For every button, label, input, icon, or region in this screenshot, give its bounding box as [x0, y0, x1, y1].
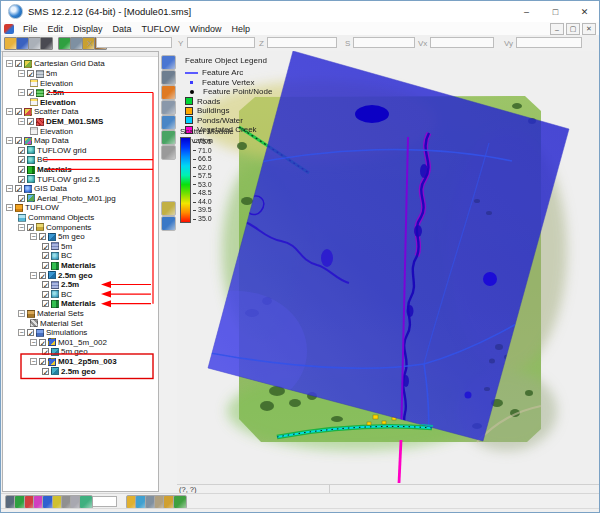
visibility-checkbox[interactable]: ✓ [39, 339, 46, 346]
tree-item-tuflow[interactable]: −TUFLOW [3, 203, 59, 213]
coord-input-x[interactable] [96, 37, 172, 48]
tree-item-2-5m-geo[interactable]: −✓2.5m geo [3, 270, 93, 280]
tree-item-bc[interactable]: ✓BC [3, 155, 48, 165]
tree-item-2-5m[interactable]: −✓2.5m [3, 88, 64, 98]
image-icon[interactable] [161, 130, 176, 145]
close-button[interactable]: ✕ [570, 1, 599, 22]
module-toolbar-field[interactable] [89, 496, 117, 507]
visibility-checkbox[interactable]: ✓ [39, 272, 46, 279]
menu-tuflow[interactable]: TUFLOW [137, 24, 185, 34]
tree-item-materials[interactable]: ✓Materials [3, 299, 96, 309]
visibility-checkbox[interactable]: ✓ [18, 156, 25, 163]
tree-item-materials[interactable]: ✓Materials [3, 165, 72, 175]
tree-item-aerial-photo-m01-jpg[interactable]: ✓Aerial_Photo_M01.jpg [3, 193, 116, 203]
expander-icon[interactable]: − [30, 339, 37, 346]
mesh-quality-icon[interactable] [161, 201, 176, 216]
tree-item-material-set[interactable]: Material Set [3, 318, 83, 328]
tree-item-5m-geo[interactable]: ✓5m geo [3, 347, 88, 357]
expander-icon[interactable]: − [6, 204, 13, 211]
visibility-checkbox[interactable]: ✓ [39, 358, 46, 365]
visibility-checkbox[interactable]: ✓ [27, 89, 34, 96]
expander-icon[interactable]: − [18, 310, 25, 317]
visibility-checkbox[interactable]: ✓ [15, 108, 22, 115]
tree-item-m01-2p5m-003[interactable]: −✓M01_2p5m_003 [3, 357, 117, 367]
visibility-checkbox[interactable]: ✓ [18, 195, 25, 202]
maximize-button[interactable]: □ [541, 1, 570, 22]
tree-item-material-sets[interactable]: −Material Sets [3, 309, 84, 319]
mdi-close-button[interactable]: ✕ [582, 23, 596, 35]
refresh-view-icon[interactable] [161, 216, 176, 231]
tree-item-map-data[interactable]: −✓Map Data [3, 136, 69, 146]
visibility-checkbox[interactable]: ✓ [15, 185, 22, 192]
rotate-icon[interactable] [161, 85, 176, 100]
expander-icon[interactable]: − [30, 358, 37, 365]
expander-icon[interactable]: − [6, 137, 13, 144]
tree-item-cartesian-grid-data[interactable]: −✓Cartesian Grid Data [3, 59, 105, 69]
tree-item-materials[interactable]: ✓Materials [3, 261, 96, 271]
visibility-checkbox[interactable]: ✓ [15, 60, 22, 67]
visibility-checkbox[interactable]: ✓ [39, 233, 46, 240]
tree-item-5m[interactable]: −✓5m [3, 69, 57, 79]
minimize-button[interactable]: – [512, 1, 541, 22]
tree-item-2-5m[interactable]: ✓2.5m [3, 280, 79, 290]
tree-item-5m-geo[interactable]: −✓5m geo [3, 232, 85, 242]
mdi-minimize-button[interactable]: – [550, 23, 564, 35]
tree-item-tuflow-grid-2-5[interactable]: ✓TUFLOW grid 2.5 [3, 174, 100, 184]
menu-help[interactable]: Help [227, 24, 256, 34]
visibility-checkbox[interactable]: ✓ [42, 252, 49, 259]
visibility-checkbox[interactable]: ✓ [18, 166, 25, 173]
visibility-checkbox[interactable]: ✓ [42, 291, 49, 298]
tree-item-command-objects[interactable]: Command Objects [3, 213, 94, 223]
pan-icon[interactable] [161, 55, 176, 70]
tree-item-bc[interactable]: ✓BC [3, 289, 72, 299]
tree-item-dem-m01-sms[interactable]: −✓DEM_M01.SMS [3, 117, 103, 127]
frame-icon[interactable] [161, 115, 176, 130]
tree-item-5m[interactable]: ✓5m [3, 241, 72, 251]
visibility-checkbox[interactable]: ✓ [18, 176, 25, 183]
visibility-checkbox[interactable]: ✓ [42, 281, 49, 288]
coord-input-z[interactable] [267, 37, 337, 48]
tree-item-components[interactable]: −✓Components [3, 222, 91, 232]
visibility-checkbox[interactable]: ✓ [42, 348, 49, 355]
menu-data[interactable]: Data [108, 24, 137, 34]
tree-item-elevation[interactable]: Elevation [3, 97, 76, 107]
coord-input-y[interactable] [187, 37, 255, 48]
tree-item-simulations[interactable]: −✓Simulations [3, 328, 87, 338]
visibility-checkbox[interactable]: ✓ [15, 137, 22, 144]
select-icon[interactable] [161, 145, 176, 160]
visibility-checkbox[interactable]: ✓ [42, 368, 49, 375]
expander-icon[interactable]: − [30, 233, 37, 240]
delete-icon[interactable] [40, 37, 53, 50]
tree-splitter[interactable] [3, 52, 158, 57]
expander-icon[interactable]: − [18, 118, 25, 125]
menu-file[interactable]: File [18, 24, 43, 34]
tree-item-elevation[interactable]: Elevation [3, 126, 73, 136]
visibility-checkbox[interactable]: ✓ [27, 118, 34, 125]
visibility-checkbox[interactable]: ✓ [42, 262, 49, 269]
visibility-checkbox[interactable]: ✓ [42, 300, 49, 307]
visibility-checkbox[interactable]: ✓ [27, 70, 34, 77]
display-options-icon[interactable] [161, 100, 176, 115]
menu-edit[interactable]: Edit [43, 24, 69, 34]
visibility-checkbox[interactable]: ✓ [27, 329, 34, 336]
zoom-icon[interactable] [161, 70, 176, 85]
menu-window[interactable]: Window [185, 24, 227, 34]
expander-icon[interactable]: − [6, 60, 13, 67]
expander-icon[interactable]: − [6, 185, 13, 192]
srh-model-icon[interactable] [173, 495, 187, 509]
coord-input-vy[interactable] [516, 37, 582, 48]
visibility-checkbox[interactable]: ✓ [27, 224, 34, 231]
expander-icon[interactable]: − [18, 224, 25, 231]
creek-arc-below[interactable] [399, 440, 401, 483]
expander-icon[interactable]: − [18, 89, 25, 96]
coord-input-vx[interactable] [430, 37, 494, 48]
quadtree-module-icon[interactable] [79, 495, 93, 509]
visibility-checkbox[interactable]: ✓ [18, 147, 25, 154]
graphics-window[interactable]: Feature Object Legend Feature ArcFeature… [177, 51, 600, 484]
tree-item-m01-5m-002[interactable]: −✓M01_5m_002 [3, 337, 107, 347]
project-explorer[interactable]: −✓Cartesian Grid Data−✓5mElevation−✓2.5m… [2, 51, 159, 492]
coord-input-s[interactable] [353, 37, 415, 48]
menu-display[interactable]: Display [68, 24, 108, 34]
expander-icon[interactable]: − [18, 329, 25, 336]
tree-item-tuflow-grid[interactable]: ✓TUFLOW grid [3, 145, 86, 155]
